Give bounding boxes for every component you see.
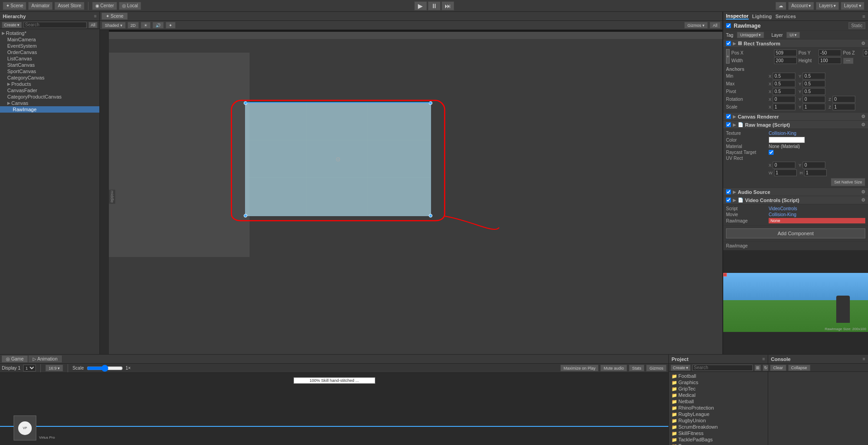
scale-x-input[interactable] — [773, 104, 795, 110]
animator-tab-btn[interactable]: Animator — [28, 2, 53, 10]
hier-all-btn[interactable]: All — [88, 22, 98, 28]
proj-scrumbreakdown[interactable]: 📁ScrumBreakdown — [669, 424, 768, 430]
hier-item-products[interactable]: ▶ Products — [0, 81, 99, 87]
height-extra-btn[interactable]: ⋯ — [843, 58, 853, 64]
height-input[interactable] — [819, 57, 841, 64]
layers-btn[interactable]: Layers ▾ — [816, 2, 839, 10]
console-collapse-btn[interactable]: Collapse — [788, 365, 810, 371]
pivot-x-input[interactable] — [773, 88, 795, 95]
scene-tab-btn[interactable]: ✦ Scene — [3, 2, 26, 10]
add-component-btn[interactable]: Add Component — [726, 228, 865, 238]
hier-item-categorycanvas[interactable]: CategoryCanvas — [0, 74, 99, 81]
asset-store-tab-btn[interactable]: Asset Store — [54, 2, 84, 10]
pos-y-input[interactable] — [819, 49, 841, 56]
proj-skillfitness[interactable]: 📁SkillFitness — [669, 430, 768, 436]
rot-x-input[interactable] — [773, 96, 795, 103]
shaded-btn[interactable]: Shaded ▾ — [102, 22, 126, 29]
raycast-checkbox[interactable] — [769, 150, 774, 155]
pause-button[interactable]: ⏸ — [428, 1, 441, 10]
proj-netball[interactable]: 📁Netball — [669, 398, 768, 405]
rot-y-input[interactable] — [803, 96, 825, 103]
hierarchy-search[interactable] — [24, 22, 87, 28]
proj-rugbyunion[interactable]: 📁RugbyUnion — [669, 417, 768, 424]
play-button[interactable]: ▶ — [414, 1, 427, 10]
fx-btn[interactable]: ✦ — [166, 22, 176, 29]
proj-tacklepadbags[interactable]: 📁TacklePadBags — [669, 436, 768, 443]
rect-transform-checkbox[interactable] — [726, 41, 731, 46]
proj-rhinoprotection[interactable]: 📁RhinoProtection — [669, 405, 768, 411]
scene-viewport[interactable]: middle — [100, 30, 722, 354]
uv-w-input[interactable] — [774, 169, 797, 176]
step-button[interactable]: ⏭ — [441, 1, 454, 10]
audio-source-checkbox[interactable] — [726, 189, 731, 194]
local-btn[interactable]: ◎ Local — [119, 2, 141, 10]
hier-item-eventsystem[interactable]: EventSystem — [0, 43, 99, 49]
audio-source-header[interactable]: ▶ Audio Source ⚙ — [723, 188, 868, 196]
center-btn[interactable]: ◉ Center — [92, 2, 117, 10]
raw-image-script-checkbox[interactable] — [726, 122, 731, 127]
proj-medical[interactable]: 📁Medical — [669, 392, 768, 398]
inspector-tab-inspector[interactable]: Inspector — [726, 13, 749, 20]
scale-y-input[interactable] — [803, 104, 825, 110]
all-scene-btn[interactable]: All — [710, 22, 721, 29]
min-x-input[interactable] — [773, 73, 795, 79]
canvas-renderer-header[interactable]: ▶ Canvas Renderer ⚙ — [723, 113, 868, 121]
uv-x-input[interactable] — [773, 162, 795, 168]
set-native-size-btn[interactable]: Set Native Size — [831, 178, 865, 186]
inspector-tab-services[interactable]: Services — [775, 14, 796, 19]
scene-tab[interactable]: ✦ Scene — [102, 13, 128, 20]
proj-icon-btn[interactable]: ⊞ — [755, 365, 761, 371]
proj-rugbyleague[interactable]: 📁RugbyLeague — [669, 411, 768, 417]
hier-create-btn[interactable]: Create ▾ — [2, 22, 22, 28]
rawimage-active-checkbox[interactable] — [726, 23, 731, 28]
account-btn[interactable]: Account ▾ — [788, 2, 814, 10]
hier-item-listcanvas[interactable]: ListCanvas — [0, 55, 99, 62]
cloud-btn[interactable]: ☁ — [775, 2, 786, 10]
proj-teamwear[interactable]: 📁Teamwear — [669, 443, 768, 445]
handle-bl[interactable] — [244, 214, 247, 218]
static-badge[interactable]: Static — [848, 22, 865, 29]
handle-tl[interactable] — [244, 101, 247, 105]
video-controls-header[interactable]: ▶ 📄 Video Controls (Script) ⚙ — [723, 196, 868, 204]
hier-item-startcanvas[interactable]: StartCanvas — [0, 62, 99, 68]
layer-dropdown[interactable]: UI ▾ — [786, 32, 800, 38]
video-controls-checkbox[interactable] — [726, 198, 731, 203]
hier-item-rawimage[interactable]: RawImage — [0, 106, 99, 113]
handle-br[interactable] — [429, 214, 432, 218]
project-search[interactable] — [692, 365, 753, 371]
lighting-btn[interactable]: ☀ — [141, 22, 151, 29]
hier-item-rotating[interactable]: ▶ Rotating* — [0, 30, 99, 36]
aspect-btn[interactable]: 16:9 ▾ — [45, 365, 63, 371]
rot-z-input[interactable] — [833, 96, 855, 103]
hier-item-canvas[interactable]: ▶ Canvas — [0, 100, 99, 106]
handle-tr[interactable] — [429, 101, 432, 105]
hier-item-maincamera[interactable]: MainCamera — [0, 36, 99, 43]
layout-btn[interactable]: Layout ▾ — [841, 2, 864, 10]
proj-football[interactable]: 📁Football — [669, 373, 768, 379]
gizmos-game-btn[interactable]: Gizmos — [646, 365, 667, 371]
min-y-input[interactable] — [803, 73, 825, 79]
uv-y-input[interactable] — [803, 162, 825, 168]
pivot-y-input[interactable] — [803, 88, 825, 95]
color-swatch[interactable] — [769, 137, 805, 143]
proj-create-btn[interactable]: Create ▾ — [671, 365, 691, 371]
animation-tab[interactable]: ▷ Animation — [29, 356, 62, 362]
hier-item-ordercanvas[interactable]: OrderCanvas — [0, 49, 99, 55]
max-x-input[interactable] — [773, 80, 795, 87]
raw-image-rect[interactable] — [245, 103, 431, 216]
audio-btn[interactable]: 🔊 — [152, 22, 164, 29]
display-select[interactable]: 1 — [23, 365, 36, 371]
stats-btn[interactable]: Stats — [629, 365, 645, 371]
inspector-tab-lighting[interactable]: Lighting — [752, 14, 772, 19]
console-clear-btn[interactable]: Clear — [770, 365, 786, 371]
anchor-preview[interactable]: + — [726, 49, 730, 64]
rect-transform-header[interactable]: ▶ ⊞ Rect Transform ⚙ — [723, 40, 868, 48]
game-tab[interactable]: ◎ Game — [2, 356, 28, 362]
gizmos-btn[interactable]: Gizmos ▾ — [684, 22, 708, 29]
hier-item-categoryproductcanvas[interactable]: CategoryProductCanvas — [0, 94, 99, 100]
max-y-input[interactable] — [803, 80, 825, 87]
hier-item-canvasfader[interactable]: CanvasFader — [0, 87, 99, 94]
canvas-renderer-checkbox[interactable] — [726, 114, 731, 119]
tag-dropdown[interactable]: Untagged ▾ — [737, 32, 764, 38]
bottom-game-view[interactable]: 100% Skill hand-stitched ... VP Virtus P… — [0, 373, 668, 445]
